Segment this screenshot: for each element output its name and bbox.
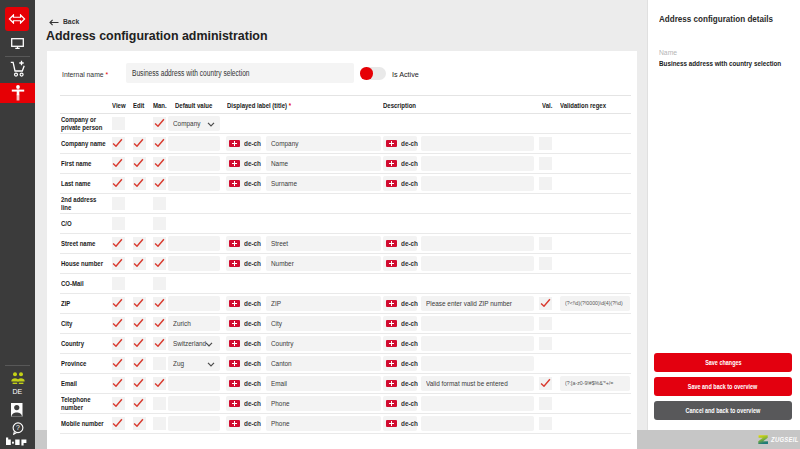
svg-text:?: ? [16,424,20,431]
